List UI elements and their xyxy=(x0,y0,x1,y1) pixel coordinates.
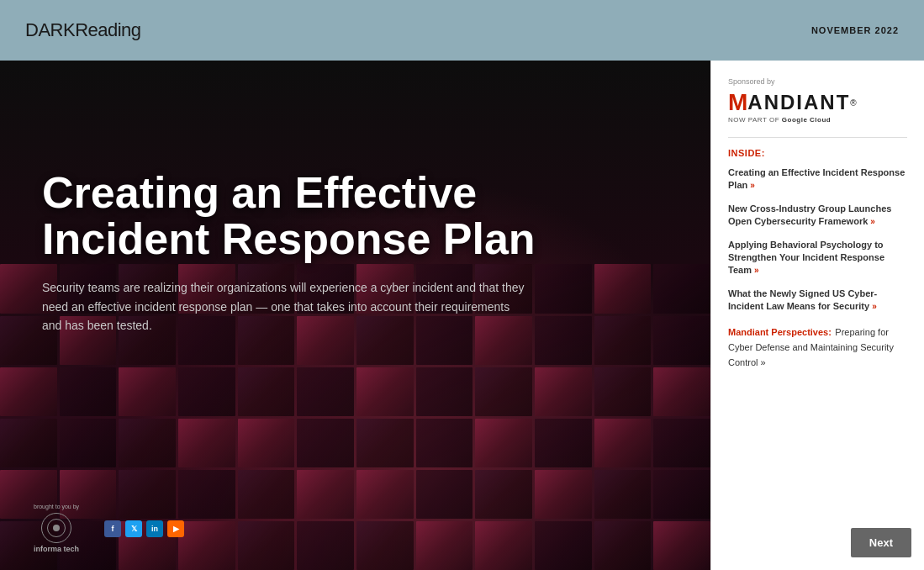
informa-circle-icon xyxy=(41,513,71,543)
inside-label: INSIDE: xyxy=(728,148,907,158)
main-layout: Creating an Effective Incident Response … xyxy=(0,61,924,570)
rss-icon[interactable]: ▶ xyxy=(167,520,184,537)
logo-regular: Reading xyxy=(75,19,140,40)
informa-text: informa tech xyxy=(34,545,79,553)
brought-to-you-label: brought to you by xyxy=(34,504,79,509)
divider xyxy=(728,137,907,138)
site-logo: DARKReading xyxy=(25,19,141,41)
mandiant-logo: M ANDIANT ® NOW PART OF Google Cloud xyxy=(728,91,907,124)
toc-item-mandiant-perspectives[interactable]: Mandiant Perspectives: Preparing for Cyb… xyxy=(728,324,907,369)
header: DARKReading NOVEMBER 2022 xyxy=(0,0,924,61)
informa-logo: brought to you by informa tech xyxy=(34,504,79,553)
toc-item-3[interactable]: Applying Behavioral Psychology to Streng… xyxy=(728,239,907,277)
toc-item-1[interactable]: Creating an Effective Incident Response … xyxy=(728,166,907,193)
sidebar: Sponsored by M ANDIANT ® NOW PART OF Goo… xyxy=(710,61,924,570)
mandiant-perspectives-prefix: Mandiant Perspectives: xyxy=(728,327,832,337)
chevron-icon-5: » xyxy=(761,357,766,367)
chevron-icon-3: » xyxy=(754,266,759,275)
mandiant-subtitle: NOW PART OF Google Cloud xyxy=(728,116,907,124)
toc-item-2-text: New Cross-Industry Group Launches Open C… xyxy=(728,203,907,229)
chevron-icon-4: » xyxy=(872,302,877,311)
mandiant-name-text: ANDIANT xyxy=(747,91,850,114)
informa-circle-inner xyxy=(47,519,66,537)
cover-content: Creating an Effective Incident Response … xyxy=(0,61,710,570)
publication-date: NOVEMBER 2022 xyxy=(811,25,899,35)
chevron-icon-2: » xyxy=(870,217,875,226)
linkedin-icon[interactable]: in xyxy=(146,520,163,537)
chevron-icon-1: » xyxy=(750,181,755,190)
mandiant-logo-text: M ANDIANT ® xyxy=(728,91,907,114)
twitter-icon[interactable]: 𝕏 xyxy=(125,520,142,537)
next-button[interactable]: Next xyxy=(851,528,911,557)
facebook-icon[interactable]: f xyxy=(104,520,121,537)
toc-item-4[interactable]: What the Newly Signed US Cyber-Incident … xyxy=(728,288,907,314)
mandiant-registered-symbol: ® xyxy=(850,98,856,108)
cover-title: Creating an Effective Incident Response … xyxy=(42,170,563,261)
toc-item-2[interactable]: New Cross-Industry Group Launches Open C… xyxy=(728,203,907,229)
social-icons: f 𝕏 in ▶ xyxy=(104,520,184,537)
cover-subtitle: Security teams are realizing their organ… xyxy=(42,278,530,335)
mandiant-m-letter: M xyxy=(728,91,747,114)
toc-item-3-text: Applying Behavioral Psychology to Streng… xyxy=(728,239,907,277)
cover-area: Creating an Effective Incident Response … xyxy=(0,61,710,570)
sponsor-label: Sponsored by xyxy=(728,77,907,86)
toc-item-4-text: What the Newly Signed US Cyber-Incident … xyxy=(728,288,907,314)
cover-branding: brought to you by informa tech f 𝕏 in ▶ xyxy=(34,504,184,553)
toc-item-1-text: Creating an Effective Incident Response … xyxy=(728,166,907,193)
logo-bold: DARK xyxy=(25,19,75,40)
